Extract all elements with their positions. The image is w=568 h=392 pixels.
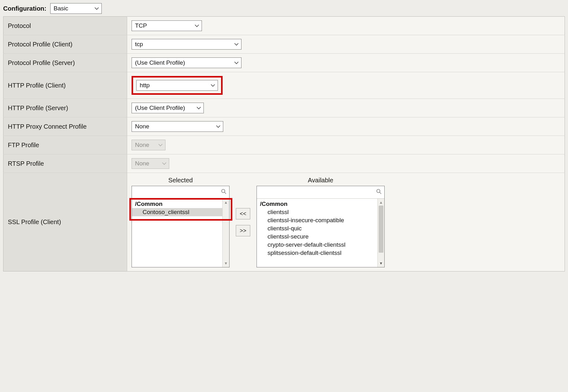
row-http-profile-client: HTTP Profile (Client) http (3, 72, 565, 99)
ssl-selected-title: Selected (168, 177, 193, 184)
chevron-down-icon (197, 106, 201, 110)
row-ssl-profile-client: SSL Profile (Client) Selected /Common Co… (3, 173, 565, 271)
configuration-header: Configuration: Basic (3, 3, 565, 14)
chevron-down-icon (211, 84, 215, 87)
http-profile-server-value: (Use Client Profile) (135, 105, 185, 111)
protocol-profile-server-select[interactable]: (Use Client Profile) (132, 57, 241, 68)
triangle-up-icon: ▲ (224, 201, 228, 204)
label-protocol-profile-server: Protocol Profile (Server) (3, 54, 127, 72)
chevron-down-icon (158, 143, 163, 147)
row-ftp-profile: FTP Profile None (3, 136, 565, 154)
http-profile-client-highlight: http (132, 76, 223, 95)
list-item[interactable]: splitsession-default-clientssl (257, 249, 377, 257)
http-profile-client-value: http (140, 82, 150, 89)
ssl-move-buttons: << >> (236, 208, 250, 236)
ftp-profile-select: None (132, 140, 165, 150)
ssl-selected-listbox[interactable]: /Common Contoso_clientssl ▲ ▼ (132, 186, 230, 267)
row-http-profile-server: HTTP Profile (Server) (Use Client Profil… (3, 99, 565, 117)
svg-point-0 (222, 189, 225, 192)
ssl-available-search[interactable] (257, 186, 384, 199)
http-profile-server-select[interactable]: (Use Client Profile) (132, 103, 204, 113)
svg-line-3 (380, 192, 381, 194)
triangle-up-icon: ▲ (379, 201, 383, 204)
ssl-dual-list: Selected /Common Contoso_clientssl ▲ (132, 177, 560, 267)
configuration-table: Protocol TCP Protocol Profile (Client) t… (3, 16, 565, 271)
label-rtsp-profile: RTSP Profile (3, 154, 127, 173)
chevron-down-icon (95, 7, 99, 10)
label-ftp-profile: FTP Profile (3, 136, 127, 154)
label-ssl-profile-client: SSL Profile (Client) (3, 173, 127, 271)
ssl-selected-search[interactable] (132, 186, 229, 199)
ssl-available-group: /Common (257, 200, 377, 208)
list-item[interactable]: crypto-server-default-clientssl (257, 241, 377, 249)
chevron-down-icon (234, 43, 239, 46)
chevron-down-icon (216, 125, 220, 128)
label-http-profile-server: HTTP Profile (Server) (3, 99, 127, 117)
protocol-select[interactable]: TCP (132, 20, 202, 31)
ssl-selected-column: Selected /Common Contoso_clientssl ▲ (132, 177, 230, 267)
protocol-profile-client-value: tcp (135, 41, 143, 48)
rtsp-profile-select: None (132, 158, 169, 169)
configuration-mode-value: Basic (54, 5, 68, 12)
search-icon (376, 189, 382, 196)
protocol-value: TCP (135, 22, 147, 29)
label-protocol-profile-client: Protocol Profile (Client) (3, 35, 127, 54)
row-protocol: Protocol TCP (3, 17, 565, 35)
http-proxy-connect-select[interactable]: None (132, 121, 223, 132)
ssl-available-content[interactable]: /Common clientsslclientssl-insecure-comp… (257, 199, 377, 267)
row-rtsp-profile: RTSP Profile None (3, 154, 565, 173)
ssl-selected-content[interactable]: /Common Contoso_clientssl (132, 199, 222, 267)
move-left-button[interactable]: << (236, 208, 250, 219)
configuration-mode-select[interactable]: Basic (50, 3, 102, 14)
svg-point-2 (377, 189, 380, 192)
ssl-available-scrollbar[interactable]: ▲ ▼ (377, 199, 384, 267)
ssl-selected-scrollbar[interactable]: ▲ ▼ (222, 199, 229, 267)
ssl-available-column: Available /Common clientsslclientssl-ins… (257, 177, 385, 267)
list-item[interactable]: clientssl-quic (257, 224, 377, 233)
label-http-proxy-connect: HTTP Proxy Connect Profile (3, 117, 127, 136)
triangle-down-icon: ▼ (379, 261, 383, 265)
chevron-down-icon (234, 61, 239, 64)
label-protocol: Protocol (3, 17, 127, 35)
http-profile-client-select[interactable]: http (136, 80, 218, 91)
list-item[interactable]: Contoso_clientssl (132, 208, 222, 216)
protocol-profile-server-value: (Use Client Profile) (135, 59, 185, 66)
list-item[interactable]: clientssl (257, 208, 377, 216)
move-right-button[interactable]: >> (236, 225, 250, 236)
label-http-profile-client: HTTP Profile (Client) (3, 72, 127, 99)
row-protocol-profile-client: Protocol Profile (Client) tcp (3, 35, 565, 54)
ssl-available-title: Available (308, 177, 333, 184)
ftp-profile-value: None (135, 142, 149, 148)
scrollbar-thumb[interactable] (379, 206, 383, 253)
search-icon (221, 189, 227, 196)
configuration-label: Configuration: (3, 5, 46, 12)
list-item[interactable]: clientssl-secure (257, 233, 377, 241)
protocol-profile-client-select[interactable]: tcp (132, 39, 241, 50)
triangle-down-icon: ▼ (224, 261, 228, 265)
ssl-available-listbox[interactable]: /Common clientsslclientssl-insecure-comp… (257, 186, 385, 267)
row-http-proxy-connect: HTTP Proxy Connect Profile None (3, 117, 565, 136)
svg-line-1 (224, 192, 226, 194)
chevron-down-icon (162, 162, 166, 165)
rtsp-profile-value: None (135, 160, 149, 167)
http-proxy-connect-value: None (135, 123, 149, 130)
list-item[interactable]: clientssl-insecure-compatible (257, 216, 377, 224)
chevron-down-icon (195, 24, 199, 27)
ssl-selected-group: /Common (132, 200, 222, 208)
row-protocol-profile-server: Protocol Profile (Server) (Use Client Pr… (3, 54, 565, 72)
